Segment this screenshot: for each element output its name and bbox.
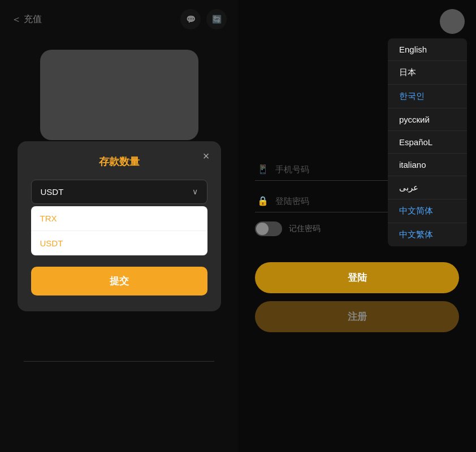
remember-toggle[interactable] [255,221,282,236]
dropdown-item-usdt[interactable]: USDT [31,231,207,255]
lang-item-russian[interactable]: русский [388,108,467,131]
left-panel: ＜ 充值 💬 🔄 存款数量 × USDT ∨ TRX [0,0,238,452]
phone-icon: 📱 [257,164,269,175]
lang-item-arabic[interactable]: عربى [388,176,467,199]
divider-line [24,361,214,362]
lock-icon: 🔒 [257,195,269,206]
dropdown-item-trx[interactable]: TRX [31,206,207,231]
currency-select[interactable]: USDT ∨ [31,180,207,204]
lang-item-english[interactable]: English [388,38,467,61]
modal-title: 存款数量 [31,155,207,168]
deposit-modal: 存款数量 × USDT ∨ TRX USDT 提交 [18,141,221,311]
toggle-knob [256,223,269,235]
lang-item-japanese[interactable]: 日本 [388,61,467,85]
currency-dropdown: TRX USDT [31,206,207,255]
language-dropdown: English 日本 한국인 русский EspañoL italiano … [388,38,467,246]
language-globe-button[interactable] [440,9,465,34]
submit-button[interactable]: 提交 [31,267,207,295]
login-button[interactable]: 登陆 [255,262,459,293]
modal-close-button[interactable]: × [203,150,210,162]
modal-overlay: 存款数量 × USDT ∨ TRX USDT 提交 [0,0,238,452]
chevron-down-icon: ∨ [192,187,198,196]
register-button[interactable]: 注册 [255,301,459,332]
lang-item-korean[interactable]: 한국인 [388,85,467,108]
select-value: USDT [41,187,64,197]
remember-label: 记住密码 [289,224,321,234]
lang-item-spanish[interactable]: EspañoL [388,131,467,154]
right-panel: English 日本 한국인 русский EspañoL italiano … [238,0,476,452]
lang-item-italian[interactable]: italiano [388,154,467,176]
lang-item-simplified-chinese[interactable]: 中文简体 [388,199,467,223]
lang-item-traditional-chinese[interactable]: 中文繁体 [388,223,467,246]
action-buttons: 登陆 注册 [255,262,459,332]
